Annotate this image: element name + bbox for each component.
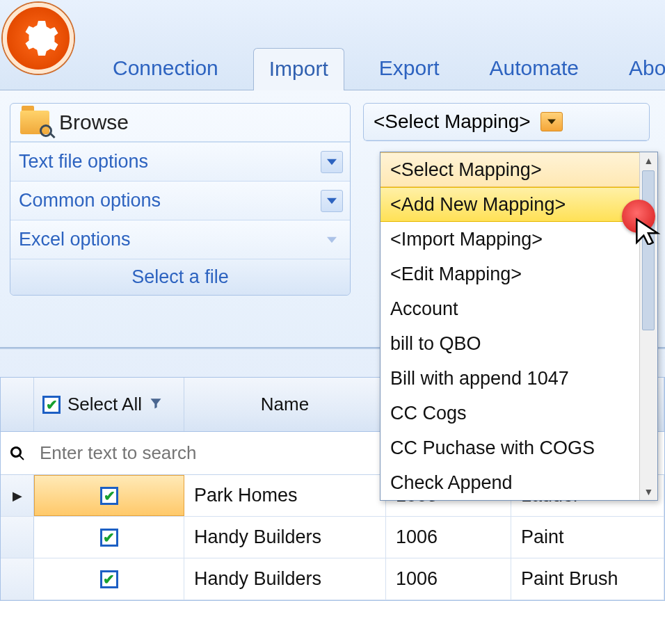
mapping-option[interactable]: Bill with append 1047	[380, 361, 639, 396]
table-row[interactable]: Handy Builders1006Paint Brush	[1, 558, 664, 600]
mapping-option[interactable]: <Import Mapping>	[380, 222, 639, 257]
row-indicator	[1, 558, 34, 599]
chevron-down-icon	[321, 229, 343, 251]
app-gear-button[interactable]	[3, 3, 74, 74]
gear-icon	[17, 17, 59, 59]
mapping-option[interactable]: <Select Mapping>	[380, 152, 639, 187]
name-cell: Park Homes	[184, 475, 386, 516]
combo-label: Text file options	[19, 151, 148, 172]
mapping-combo[interactable]: <Select Mapping>	[364, 104, 649, 140]
row-indicator: ▶	[1, 475, 34, 516]
row-indicator	[1, 517, 34, 558]
scroll-thumb[interactable]	[642, 170, 655, 330]
ribbon-header: Connection Import Export Automate About	[0, 0, 665, 90]
tab-automate[interactable]: Automate	[474, 48, 594, 90]
chevron-down-icon	[547, 118, 556, 126]
mapping-option[interactable]: bill to QBO	[380, 326, 639, 361]
browse-button[interactable]: Browse	[10, 104, 350, 142]
mapping-option[interactable]: CC Cogs	[380, 396, 639, 430]
tab-connection[interactable]: Connection	[97, 48, 234, 90]
file-panel-caption: Select a file	[10, 259, 350, 295]
chevron-down-icon[interactable]	[321, 190, 343, 212]
item-cell: Paint Brush	[511, 558, 664, 599]
mapping-option[interactable]: Check Append	[380, 465, 639, 500]
name-cell: Handy Builders	[184, 558, 386, 599]
browse-label: Browse	[59, 111, 129, 134]
text-file-options-combo[interactable]: Text file options	[10, 142, 350, 181]
number-cell: 1006	[386, 558, 511, 599]
row-checkbox[interactable]	[100, 529, 118, 547]
mapping-panel: <Select Mapping>	[363, 103, 650, 141]
dropdown-button[interactable]	[540, 112, 563, 131]
row-checkbox[interactable]	[100, 487, 118, 505]
name-column-header[interactable]: Name	[184, 378, 386, 431]
file-panel: Browse Text file options Common options …	[10, 103, 351, 296]
tab-export[interactable]: Export	[364, 48, 455, 90]
ribbon-tabs: Connection Import Export Automate About	[97, 45, 665, 90]
select-all-label: Select All	[67, 394, 142, 415]
tab-import[interactable]: Import	[253, 48, 344, 90]
scroll-up-arrow[interactable]: ▲	[641, 152, 657, 169]
row-checkbox-cell[interactable]	[34, 517, 184, 558]
row-indicator-header	[1, 378, 34, 431]
select-all-header[interactable]: Select All	[34, 378, 184, 431]
mapping-option[interactable]: CC Puchase with COGS	[380, 430, 639, 465]
cursor-icon	[634, 217, 662, 249]
excel-options-combo: Excel options	[10, 220, 350, 259]
row-checkbox[interactable]	[100, 570, 118, 588]
combo-label: Excel options	[19, 229, 131, 250]
select-all-checkbox[interactable]	[42, 396, 61, 414]
scroll-down-arrow[interactable]: ▼	[641, 483, 657, 500]
chevron-down-icon[interactable]	[321, 151, 343, 173]
number-cell: 1006	[386, 517, 511, 558]
search-icon	[1, 432, 34, 474]
name-header-label: Name	[261, 394, 309, 415]
table-row[interactable]: Handy Builders1006Paint	[1, 517, 664, 558]
name-cell: Handy Builders	[184, 517, 386, 558]
mapping-option[interactable]: <Add New Mapping>	[380, 187, 639, 222]
mapping-option[interactable]: <Edit Mapping>	[380, 257, 639, 291]
item-cell: Paint	[511, 517, 664, 558]
row-checkbox-cell[interactable]	[34, 558, 184, 599]
folder-search-icon	[20, 111, 49, 134]
mapping-combo-label: <Select Mapping>	[374, 111, 531, 133]
mapping-option[interactable]: Account	[380, 291, 639, 326]
filter-icon[interactable]	[149, 394, 163, 415]
common-options-combo[interactable]: Common options	[10, 181, 350, 220]
combo-label: Common options	[19, 190, 161, 211]
mapping-dropdown[interactable]: <Select Mapping><Add New Mapping><Import…	[380, 152, 658, 501]
tab-about[interactable]: About	[614, 48, 665, 90]
row-checkbox-cell[interactable]	[34, 475, 184, 516]
